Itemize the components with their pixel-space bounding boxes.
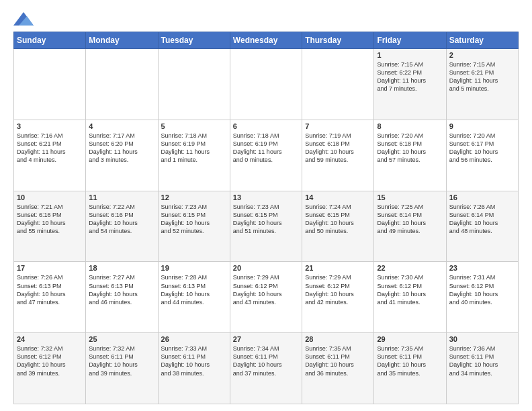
day-number: 17: [17, 264, 83, 272]
day-number: 10: [17, 193, 83, 201]
page: SundayMondayTuesdayWednesdayThursdayFrid…: [0, 0, 532, 411]
calendar-cell: 12Sunrise: 7:23 AM Sunset: 6:15 PM Dayli…: [158, 191, 230, 262]
calendar-cell: 30Sunrise: 7:36 AM Sunset: 6:11 PM Dayli…: [446, 333, 518, 404]
day-number: 8: [377, 122, 443, 130]
calendar-cell: 25Sunrise: 7:32 AM Sunset: 6:11 PM Dayli…: [86, 333, 158, 404]
day-number: 18: [89, 264, 154, 272]
day-info: Sunrise: 7:27 AM Sunset: 6:13 PM Dayligh…: [89, 273, 154, 306]
day-number: 29: [377, 335, 443, 343]
day-info: Sunrise: 7:18 AM Sunset: 6:19 PM Dayligh…: [161, 132, 227, 165]
day-number: 15: [377, 193, 443, 201]
calendar-week-4: 17Sunrise: 7:26 AM Sunset: 6:13 PM Dayli…: [14, 262, 519, 333]
day-info: Sunrise: 7:26 AM Sunset: 6:14 PM Dayligh…: [449, 203, 515, 236]
calendar-cell: 26Sunrise: 7:33 AM Sunset: 6:11 PM Dayli…: [158, 333, 230, 404]
calendar-cell: [86, 49, 158, 120]
day-info: Sunrise: 7:15 AM Sunset: 6:21 PM Dayligh…: [449, 60, 515, 93]
calendar-cell: 24Sunrise: 7:32 AM Sunset: 6:12 PM Dayli…: [14, 333, 86, 404]
day-info: Sunrise: 7:35 AM Sunset: 6:11 PM Dayligh…: [305, 345, 371, 377]
day-info: Sunrise: 7:23 AM Sunset: 6:15 PM Dayligh…: [161, 203, 227, 236]
day-info: Sunrise: 7:33 AM Sunset: 6:11 PM Dayligh…: [161, 345, 227, 377]
calendar-cell: 21Sunrise: 7:29 AM Sunset: 6:12 PM Dayli…: [302, 262, 374, 333]
calendar-cell: 6Sunrise: 7:18 AM Sunset: 6:19 PM Daylig…: [230, 120, 302, 191]
calendar-cell: 9Sunrise: 7:20 AM Sunset: 6:17 PM Daylig…: [446, 120, 518, 191]
calendar-cell: 10Sunrise: 7:21 AM Sunset: 6:16 PM Dayli…: [14, 191, 86, 262]
day-info: Sunrise: 7:18 AM Sunset: 6:19 PM Dayligh…: [233, 132, 299, 165]
weekday-header-wednesday: Wednesday: [230, 32, 302, 49]
calendar-cell: 27Sunrise: 7:34 AM Sunset: 6:11 PM Dayli…: [230, 333, 302, 404]
day-number: 21: [305, 264, 371, 272]
calendar-cell: 16Sunrise: 7:26 AM Sunset: 6:14 PM Dayli…: [446, 191, 518, 262]
day-info: Sunrise: 7:19 AM Sunset: 6:18 PM Dayligh…: [305, 132, 371, 165]
day-number: 11: [89, 193, 154, 201]
calendar-cell: 17Sunrise: 7:26 AM Sunset: 6:13 PM Dayli…: [14, 262, 86, 333]
day-info: Sunrise: 7:16 AM Sunset: 6:21 PM Dayligh…: [17, 132, 83, 165]
calendar-cell: 23Sunrise: 7:31 AM Sunset: 6:12 PM Dayli…: [446, 262, 518, 333]
calendar-week-1: 1Sunrise: 7:15 AM Sunset: 6:22 PM Daylig…: [14, 49, 519, 120]
day-info: Sunrise: 7:32 AM Sunset: 6:12 PM Dayligh…: [17, 345, 83, 377]
day-info: Sunrise: 7:20 AM Sunset: 6:17 PM Dayligh…: [449, 132, 515, 165]
calendar-cell: 29Sunrise: 7:35 AM Sunset: 6:11 PM Dayli…: [374, 333, 446, 404]
day-info: Sunrise: 7:20 AM Sunset: 6:18 PM Dayligh…: [377, 132, 443, 165]
calendar-cell: [302, 49, 374, 120]
day-info: Sunrise: 7:32 AM Sunset: 6:11 PM Dayligh…: [89, 345, 154, 377]
day-number: 27: [233, 335, 299, 343]
day-number: 13: [233, 193, 299, 201]
day-info: Sunrise: 7:22 AM Sunset: 6:16 PM Dayligh…: [89, 203, 154, 236]
day-info: Sunrise: 7:21 AM Sunset: 6:16 PM Dayligh…: [17, 203, 83, 236]
day-number: 6: [233, 122, 299, 130]
calendar-cell: 28Sunrise: 7:35 AM Sunset: 6:11 PM Dayli…: [302, 333, 374, 404]
day-number: 23: [449, 264, 515, 272]
day-number: 30: [449, 335, 515, 343]
day-info: Sunrise: 7:31 AM Sunset: 6:12 PM Dayligh…: [449, 273, 515, 306]
weekday-header-friday: Friday: [374, 32, 446, 49]
calendar-cell: 4Sunrise: 7:17 AM Sunset: 6:20 PM Daylig…: [86, 120, 158, 191]
calendar-header-row: SundayMondayTuesdayWednesdayThursdayFrid…: [14, 32, 519, 49]
calendar-cell: 19Sunrise: 7:28 AM Sunset: 6:13 PM Dayli…: [158, 262, 230, 333]
day-number: 12: [161, 193, 227, 201]
calendar-cell: 18Sunrise: 7:27 AM Sunset: 6:13 PM Dayli…: [86, 262, 158, 333]
day-number: 26: [161, 335, 227, 343]
day-number: 24: [17, 335, 83, 343]
calendar-cell: [14, 49, 86, 120]
calendar-cell: 15Sunrise: 7:25 AM Sunset: 6:14 PM Dayli…: [374, 191, 446, 262]
calendar-week-5: 24Sunrise: 7:32 AM Sunset: 6:12 PM Dayli…: [14, 333, 519, 404]
day-info: Sunrise: 7:25 AM Sunset: 6:14 PM Dayligh…: [377, 203, 443, 236]
day-info: Sunrise: 7:34 AM Sunset: 6:11 PM Dayligh…: [233, 345, 299, 377]
calendar-cell: [158, 49, 230, 120]
day-info: Sunrise: 7:30 AM Sunset: 6:12 PM Dayligh…: [377, 273, 443, 306]
calendar-cell: 22Sunrise: 7:30 AM Sunset: 6:12 PM Dayli…: [374, 262, 446, 333]
weekday-header-tuesday: Tuesday: [158, 32, 230, 49]
day-number: 14: [305, 193, 371, 201]
logo-icon: [13, 12, 34, 26]
calendar-table: SundayMondayTuesdayWednesdayThursdayFrid…: [13, 32, 519, 404]
calendar-cell: 14Sunrise: 7:24 AM Sunset: 6:15 PM Dayli…: [302, 191, 374, 262]
day-info: Sunrise: 7:29 AM Sunset: 6:12 PM Dayligh…: [305, 273, 371, 306]
day-number: 5: [161, 122, 227, 130]
day-info: Sunrise: 7:35 AM Sunset: 6:11 PM Dayligh…: [377, 345, 443, 377]
day-number: 16: [449, 193, 515, 201]
day-info: Sunrise: 7:28 AM Sunset: 6:13 PM Dayligh…: [161, 273, 227, 306]
day-info: Sunrise: 7:23 AM Sunset: 6:15 PM Dayligh…: [233, 203, 299, 236]
day-info: Sunrise: 7:29 AM Sunset: 6:12 PM Dayligh…: [233, 273, 299, 306]
day-number: 4: [89, 122, 154, 130]
day-info: Sunrise: 7:15 AM Sunset: 6:22 PM Dayligh…: [377, 60, 443, 93]
logo: [13, 11, 36, 26]
calendar-cell: 3Sunrise: 7:16 AM Sunset: 6:21 PM Daylig…: [14, 120, 86, 191]
weekday-header-sunday: Sunday: [14, 32, 86, 49]
day-number: 2: [449, 51, 515, 59]
day-info: Sunrise: 7:36 AM Sunset: 6:11 PM Dayligh…: [449, 345, 515, 377]
day-number: 25: [89, 335, 154, 343]
day-number: 7: [305, 122, 371, 130]
day-number: 20: [233, 264, 299, 272]
day-info: Sunrise: 7:24 AM Sunset: 6:15 PM Dayligh…: [305, 203, 371, 236]
calendar-cell: 1Sunrise: 7:15 AM Sunset: 6:22 PM Daylig…: [374, 49, 446, 120]
calendar-week-3: 10Sunrise: 7:21 AM Sunset: 6:16 PM Dayli…: [14, 191, 519, 262]
day-info: Sunrise: 7:26 AM Sunset: 6:13 PM Dayligh…: [17, 273, 83, 306]
calendar-cell: 5Sunrise: 7:18 AM Sunset: 6:19 PM Daylig…: [158, 120, 230, 191]
day-number: 28: [305, 335, 371, 343]
header: [13, 11, 519, 26]
calendar-week-2: 3Sunrise: 7:16 AM Sunset: 6:21 PM Daylig…: [14, 120, 519, 191]
day-number: 3: [17, 122, 83, 130]
day-number: 9: [449, 122, 515, 130]
calendar-cell: 20Sunrise: 7:29 AM Sunset: 6:12 PM Dayli…: [230, 262, 302, 333]
